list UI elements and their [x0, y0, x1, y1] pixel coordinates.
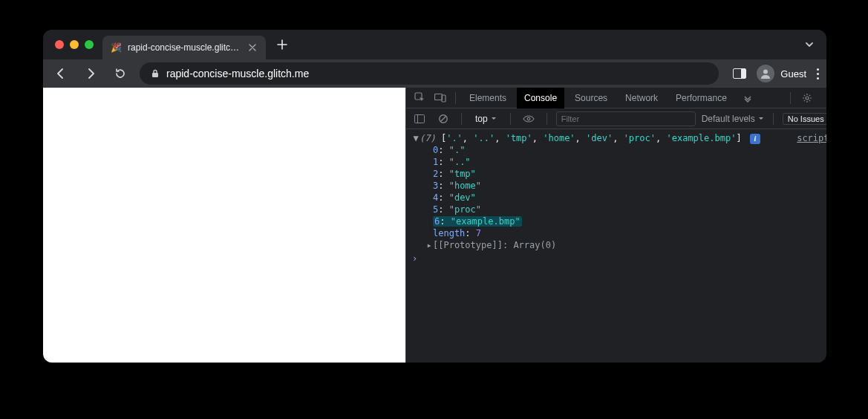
reload-button[interactable] — [110, 63, 131, 84]
side-panel-button[interactable] — [733, 68, 746, 79]
profile-label: Guest — [780, 68, 806, 79]
array-item: 2: "tmp" — [412, 168, 826, 180]
device-toolbar-button[interactable] — [431, 89, 449, 107]
profile-button[interactable]: Guest — [757, 65, 806, 82]
log-source-link[interactable]: script.js:8 — [791, 132, 826, 144]
url-text: rapid-concise-muscle.glitch.me — [166, 68, 309, 79]
browser-toolbar: rapid-concise-muscle.glitch.me Guest — [43, 59, 826, 88]
toolbar-right: Guest — [733, 65, 819, 82]
tab-performance[interactable]: Performance — [668, 88, 734, 108]
svg-rect-0 — [152, 73, 158, 77]
array-item: 1: ".." — [412, 156, 826, 168]
array-item: 3: "home" — [412, 180, 826, 192]
tab-title: rapid-concise-muscle.glitch.m — [128, 42, 241, 53]
console-output[interactable]: ▼ (7) ['.', '..', 'tmp', 'home', 'dev', … — [406, 129, 826, 363]
array-item: 4: "dev" — [412, 192, 826, 204]
log-summary: (7) ['.', '..', 'tmp', 'home', 'dev', 'p… — [420, 132, 791, 144]
svg-rect-3 — [435, 94, 443, 100]
tab-strip: 🎉 rapid-concise-muscle.glitch.m — [43, 30, 826, 59]
console-filter-input[interactable] — [556, 111, 696, 126]
console-toolbar: top Default levels No Issues — [406, 108, 826, 129]
svg-line-9 — [440, 116, 446, 121]
close-window-button[interactable] — [55, 40, 64, 49]
live-expression-button[interactable] — [520, 110, 538, 128]
tab-console[interactable]: Console — [517, 88, 564, 108]
issues-button[interactable]: No Issues — [783, 113, 826, 125]
devtools-settings-button[interactable] — [798, 89, 816, 107]
back-button[interactable] — [50, 63, 71, 84]
inspect-element-button[interactable] — [411, 89, 428, 107]
svg-point-5 — [806, 97, 809, 100]
maximize-window-button[interactable] — [85, 40, 94, 49]
context-selector[interactable]: top — [471, 112, 501, 126]
tab-elements[interactable]: Elements — [462, 88, 514, 108]
console-sidebar-toggle[interactable] — [411, 110, 428, 128]
browser-tab[interactable]: 🎉 rapid-concise-muscle.glitch.m — [102, 36, 266, 59]
clear-console-button[interactable] — [434, 110, 452, 128]
array-item: 6: "example.bmp" — [412, 215, 826, 227]
svg-point-1 — [763, 70, 768, 74]
forward-button[interactable] — [80, 63, 101, 84]
array-item: 5: "proc" — [412, 204, 826, 215]
svg-point-10 — [527, 117, 530, 120]
disclosure-triangle[interactable]: ▼ — [412, 132, 420, 144]
address-bar[interactable]: rapid-concise-muscle.glitch.me — [140, 62, 719, 85]
browser-menu-button[interactable] — [817, 68, 819, 79]
log-entry[interactable]: ▼ (7) ['.', '..', 'tmp', 'home', 'dev', … — [412, 132, 826, 144]
tab-favicon: 🎉 — [110, 42, 122, 53]
tab-network[interactable]: Network — [618, 88, 665, 108]
devtools-tabbar: Elements Console Sources Network Perform… — [406, 88, 826, 108]
svg-rect-6 — [415, 114, 425, 123]
minimize-window-button[interactable] — [70, 40, 79, 49]
devtools-menu-button[interactable] — [820, 89, 826, 107]
array-length: length: 7 — [412, 227, 826, 239]
new-tab-button[interactable] — [272, 34, 293, 55]
close-tab-button[interactable] — [247, 42, 258, 53]
log-levels-label: Default levels — [702, 114, 755, 124]
tab-sources[interactable]: Sources — [567, 88, 615, 108]
info-icon[interactable]: i — [750, 134, 760, 144]
devtools-panel: Elements Console Sources Network Perform… — [405, 88, 826, 363]
context-label: top — [475, 114, 488, 124]
page-viewport[interactable] — [43, 88, 405, 363]
content-area: Elements Console Sources Network Perform… — [43, 88, 826, 363]
log-levels-selector[interactable]: Default levels — [702, 114, 764, 124]
browser-window: 🎉 rapid-concise-muscle.glitch.m rapi — [43, 30, 826, 363]
prototype-row[interactable]: ▸[[Prototype]]: Array(0) — [412, 239, 826, 251]
console-prompt[interactable]: › — [412, 251, 826, 266]
more-tabs-button[interactable] — [739, 89, 757, 107]
array-item: 0: "." — [412, 144, 826, 156]
avatar-icon — [757, 65, 774, 82]
window-controls — [55, 40, 94, 49]
lock-icon — [150, 68, 160, 79]
tab-search-button[interactable] — [804, 39, 815, 50]
